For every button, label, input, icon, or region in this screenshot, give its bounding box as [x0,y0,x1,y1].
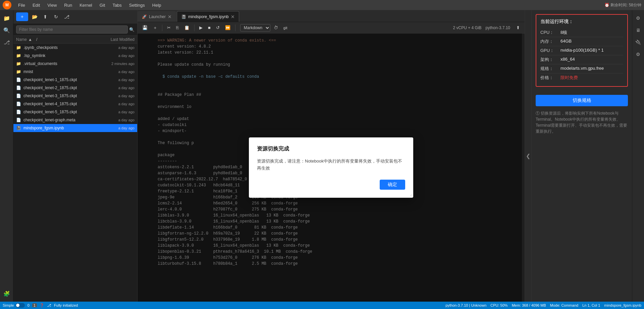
file-item-date: a day ago [94,126,135,130]
file-item-name: checkpoint_lenet-3_1875.ckpt [23,94,94,98]
tab-notebook-label: mindspore_fgsm.ipynb [188,14,229,19]
file-icon: 📄 [16,94,21,98]
file-list-header: Name ▲ / Last Modified [13,36,137,44]
col-modified-label: Last Modified [94,37,135,42]
dialog-footer: 确定 [257,180,405,190]
env-val-cpu: 8核 [560,29,567,36]
kernel-status: python-3.7.10 | Unknown [445,303,486,307]
tab-launcher-close[interactable]: ✕ [168,14,172,19]
env-key-price: 价格： [540,75,560,81]
env-key-cpu: CPU： [540,29,560,36]
menu-run[interactable]: Run [61,1,75,9]
list-item[interactable]: 📄 checkpoint_lenet-1_1875.ckpt a day ago [13,76,137,84]
list-item[interactable]: 📁 .lsp_symlink a day ago [13,52,137,60]
dialog-resize-handle[interactable]: ⌟ [410,192,412,196]
switch-spec-btn[interactable]: 切换规格 [536,95,628,106]
file-item-name: checkpoint_lenet-4_1875.ckpt [23,102,94,106]
file-item-date: a day ago [94,54,135,58]
env-title: 当前运行环境： [540,19,623,25]
sidebar-search-icon[interactable]: 🔍 [1,25,12,36]
list-item[interactable]: 📁 mnist a day ago [13,68,137,76]
paste-btn[interactable]: 📋 [182,24,192,31]
file-item-name: .virtual_documents [23,61,94,66]
sort-arrow-icon: ▲ [28,37,32,42]
sidebar-files-icon[interactable]: 📁 [1,13,12,23]
git-nb-btn[interactable]: git [281,25,289,30]
file-item-name: .lsp_symlink [23,53,94,58]
right-icon-strip: ⚙ 🖥 🔌 ⚙ [632,10,644,302]
menu-settings[interactable]: Settings [126,1,148,9]
list-item[interactable]: 📁 .virtual_documents 2 minutes ago [13,60,137,68]
add-cell-btn[interactable]: ＋ [151,24,159,32]
monitor-icon[interactable]: 🖥 [633,25,644,36]
tab-notebook[interactable]: 📓 mindspore_fgsm.ipynb ✕ [177,11,239,22]
new-folder-btn[interactable]: 📂 [30,12,39,21]
list-item-selected[interactable]: 📓 mindspore_fgsm.ipynb a day ago [13,124,137,132]
toggle-thumb [16,304,19,307]
menu-view[interactable]: View [44,1,60,9]
toggle-track[interactable] [15,303,25,308]
plug-icon[interactable]: 🔌 [633,37,644,48]
new-file-btn[interactable]: ＋ [16,12,28,21]
search-icon[interactable]: 🔍 [129,27,135,32]
tab-launcher[interactable]: 🚀 Launcher ✕ [138,11,176,22]
restart-btn[interactable]: ↺ [214,24,222,31]
collapse-panel-btn[interactable]: ❮ [525,10,531,302]
env-val-spec: modelarts.vm.gpu.free [560,66,604,72]
notebook-toolbar: 💾 ＋ ✂ ⎘ 📋 ▶ ■ ↺ ⏩ Markdown ⏱ git 2 vCPU … [138,22,525,34]
env-key-mem: 内存： [540,39,560,45]
cell-type-select[interactable]: Markdown [240,24,270,32]
dialog-ok-button[interactable]: 确定 [380,180,405,190]
env-card: 当前运行环境： CPU： 8核 内存： 64GB GPU： nvidia-p10… [536,14,628,87]
save-btn[interactable]: 💾 [140,24,150,31]
cpu-status: CPU: 50% [490,303,507,307]
file-item-name: checkpoint_lenet-5_1875.ckpt [23,110,94,114]
share-btn[interactable]: ⬆ [514,24,522,31]
interrupt-btn[interactable]: ■ [206,24,213,31]
menu-file[interactable]: File [15,1,29,9]
env-key-spec: 规格： [540,66,560,72]
git-btn[interactable]: ⎇ [62,12,71,21]
status-left: Simple 0 1 ❓ ⎇ Fully initialized [3,303,78,308]
clock-btn[interactable]: ⏱ [272,24,280,31]
list-item[interactable]: 📄 checkpoint_lenet-graph.meta a day ago [13,116,137,124]
statusbar: Simple 0 1 ❓ ⎇ Fully initialized python-… [0,302,644,309]
file-item-name: checkpoint_lenet-1_1875.ckpt [23,77,94,82]
folder-icon: 📁 [16,45,21,50]
file-item-date: a day ago [94,110,135,114]
status-right: python-3.7.10 | Unknown CPU: 50% Mem: 36… [445,303,641,307]
menu-git[interactable]: Git [96,1,109,9]
run-btn[interactable]: ▶ [197,24,205,31]
list-item[interactable]: 📁 .ipynb_checkpoints a day ago [13,44,137,52]
upload-btn[interactable]: ⬆ [41,12,50,21]
env-row-arch: 架构： x86_64 [540,55,623,64]
menu-help[interactable]: Help [149,1,165,9]
list-item[interactable]: 📄 checkpoint_lenet-4_1875.ckpt a day ago [13,100,137,108]
list-item[interactable]: 📄 checkpoint_lenet-5_1875.ckpt a day ago [13,108,137,116]
menu-tabs[interactable]: Tabs [109,1,125,9]
search-input[interactable] [16,25,128,34]
refresh-btn[interactable]: ↻ [52,12,60,21]
sidebar-extensions-icon[interactable]: 🧩 [1,288,12,299]
file-item-date: 2 minutes ago [94,62,135,66]
simple-toggle[interactable]: Simple [3,303,25,308]
toolbar-separator [235,24,235,31]
menu-kernel[interactable]: Kernel [76,1,96,9]
env-row-mem: 内存： 64GB [540,37,623,46]
sidebar-git-icon[interactable]: ⎇ [1,37,12,48]
cut-btn[interactable]: ✂ [165,24,173,31]
notebook-info: 2 vCPU + 4 GiB python-3.7.10 ⬆ [453,24,522,31]
dialog-body: 资源切换完成，请注意：Notebook中执行的所有变量将失效，手动安装包不再生效 [257,158,405,172]
list-item[interactable]: 📄 checkpoint_lenet-3_1875.ckpt a day ago [13,92,137,100]
notebook-icon: 📓 [16,126,21,130]
tab-notebook-close[interactable]: ✕ [231,14,235,19]
switch-note: ① 切换资源后，将影响实例下所有Notebook与Terminal。Notebo… [536,110,628,134]
list-item[interactable]: 📄 checkpoint_lenet-2_1875.ckpt a day ago [13,84,137,92]
gear-icon[interactable]: ⚙ [633,49,644,60]
kernel-mode-selector: Markdown [240,24,270,32]
copy-btn[interactable]: ⎘ [174,24,181,31]
menu-edit[interactable]: Edit [29,1,43,9]
toolbar-separator [194,24,195,31]
run-all-btn[interactable]: ⏩ [223,24,232,31]
settings-icon[interactable]: ⚙ [633,13,644,23]
